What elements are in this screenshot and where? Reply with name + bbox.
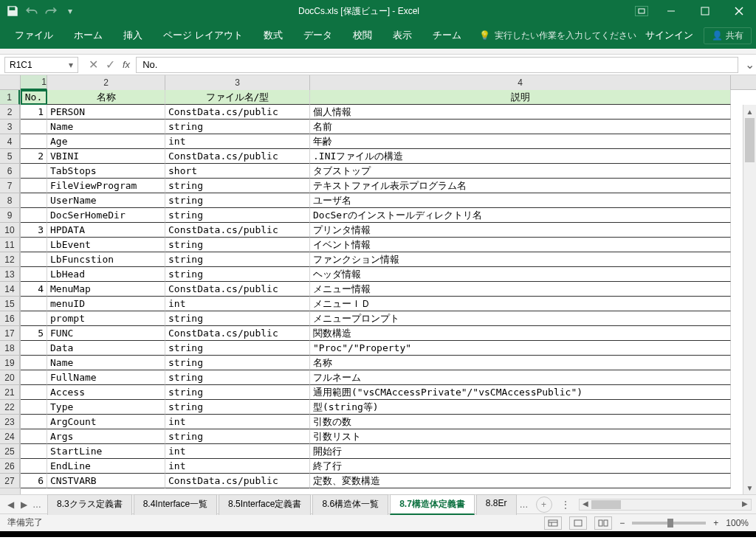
cell[interactable]: string	[165, 252, 310, 267]
cell[interactable]: string	[165, 179, 310, 193]
cell[interactable]	[21, 134, 47, 149]
sheet-tab[interactable]: 8.4Interface一覧	[134, 494, 217, 515]
row-header[interactable]: 13	[0, 267, 20, 282]
qat-dropdown-icon[interactable]: ▾	[63, 4, 77, 18]
cell[interactable]: PERSON	[47, 105, 165, 120]
cell[interactable]	[21, 370, 47, 385]
zoom-thumb[interactable]	[667, 519, 673, 528]
cell[interactable]: string	[165, 429, 310, 444]
cell[interactable]: タブストップ	[310, 164, 731, 179]
cell[interactable]: UserName	[47, 193, 165, 208]
ribbon-tab[interactable]: 数式	[253, 22, 293, 49]
cell[interactable]: string	[165, 385, 310, 400]
row-header[interactable]: 1	[0, 90, 20, 105]
cell[interactable]: prompt	[47, 311, 165, 326]
cell[interactable]: Age	[47, 134, 165, 149]
row-header[interactable]: 19	[0, 356, 20, 370]
row-header[interactable]: 14	[0, 282, 20, 297]
cell[interactable]: short	[165, 164, 310, 179]
cell[interactable]: MenuMap	[47, 282, 165, 297]
cell[interactable]: イベント情報	[310, 238, 731, 252]
horizontal-scrollbar[interactable]: ◀ ▶	[579, 499, 752, 511]
cell[interactable]: 定数、変数構造	[310, 474, 731, 488]
sheet-tab[interactable]: 8.3クラス定義書	[47, 494, 132, 515]
cell[interactable]: string	[165, 267, 310, 282]
cell[interactable]: LbFuncstion	[47, 252, 165, 267]
signin-link[interactable]: サインイン	[645, 29, 693, 42]
sheet-tab[interactable]: 8.7構造体定義書	[390, 494, 475, 515]
tab-nav-next-icon[interactable]: ▶	[18, 499, 30, 510]
cell[interactable]: メニューＩＤ	[310, 297, 731, 311]
row-header[interactable]: 17	[0, 326, 20, 341]
cell[interactable]	[21, 252, 47, 267]
cell[interactable]: string	[165, 193, 310, 208]
cell[interactable]: 関数構造	[310, 326, 731, 341]
cell[interactable]: プリンタ情報	[310, 223, 731, 238]
cell[interactable]: 引数の数	[310, 415, 731, 429]
row-header[interactable]: 2	[0, 105, 20, 120]
cell[interactable]: 開始行	[310, 444, 731, 459]
cell[interactable]: int	[165, 134, 310, 149]
scroll-down-icon[interactable]: ▼	[743, 481, 756, 494]
column-header[interactable]: 1	[21, 75, 47, 90]
cell[interactable]: int	[165, 415, 310, 429]
row-header[interactable]: 9	[0, 208, 20, 223]
row-header[interactable]: 15	[0, 297, 20, 311]
scroll-thumb[interactable]	[745, 118, 755, 162]
cell[interactable]: テキストファイル表示プログラム名	[310, 179, 731, 193]
cell[interactable]: .INIファイルの構造	[310, 149, 731, 164]
close-button[interactable]	[722, 0, 756, 22]
formula-input[interactable]: No.	[136, 57, 738, 73]
cell[interactable]	[21, 267, 47, 282]
cell[interactable]: Name	[47, 356, 165, 370]
cell[interactable]	[21, 341, 47, 356]
cell[interactable]: Name	[47, 120, 165, 134]
hscroll-thumb[interactable]	[591, 500, 621, 509]
cell[interactable]: string	[165, 208, 310, 223]
cell[interactable]: TabStops	[47, 164, 165, 179]
cell[interactable]	[21, 400, 47, 415]
cell[interactable]: ConstData.cs/public	[165, 105, 310, 120]
cell[interactable]: ArgCount	[47, 415, 165, 429]
cell[interactable]: DocSerのインストールディレクトリ名	[310, 208, 731, 223]
vertical-scrollbar[interactable]: ▲ ▼	[743, 105, 756, 494]
cell[interactable]	[21, 193, 47, 208]
cell[interactable]: string	[165, 400, 310, 415]
row-header[interactable]: 6	[0, 164, 20, 179]
redo-icon[interactable]	[44, 4, 58, 18]
cell[interactable]	[21, 208, 47, 223]
cell[interactable]	[21, 311, 47, 326]
header-cell[interactable]: ファイル名/型	[165, 90, 310, 105]
cell[interactable]: menuID	[47, 297, 165, 311]
cell[interactable]: ユーザ名	[310, 193, 731, 208]
cell[interactable]	[21, 120, 47, 134]
cell[interactable]: EndLine	[47, 459, 165, 474]
add-sheet-button[interactable]: +	[536, 497, 552, 513]
spreadsheet-grid[interactable]: 1234567891011121314151617181920212223242…	[0, 90, 756, 494]
cell[interactable]	[21, 297, 47, 311]
cell[interactable]: ConstData.cs/public	[165, 474, 310, 488]
cell[interactable]: 1	[21, 105, 47, 120]
formula-expand-icon[interactable]: ⌄	[743, 58, 756, 72]
cell[interactable]: ConstData.cs/public	[165, 149, 310, 164]
cell[interactable]: 年齢	[310, 134, 731, 149]
tab-nav-more-icon[interactable]: …	[31, 499, 43, 510]
ribbon-tab[interactable]: ホーム	[63, 22, 113, 49]
chevron-down-icon[interactable]: ▾	[69, 60, 73, 70]
page-layout-view-icon[interactable]	[569, 516, 587, 530]
cell[interactable]: Type	[47, 400, 165, 415]
column-header[interactable]: 4	[310, 75, 731, 90]
undo-icon[interactable]	[25, 4, 38, 18]
scroll-right-icon[interactable]: ▶	[739, 499, 751, 510]
cell[interactable]: string	[165, 356, 310, 370]
column-header[interactable]: 3	[165, 75, 310, 90]
zoom-level[interactable]: 100%	[726, 518, 749, 528]
cell[interactable]	[21, 164, 47, 179]
cell[interactable]: 名前	[310, 120, 731, 134]
cell[interactable]	[21, 179, 47, 193]
cell[interactable]	[21, 238, 47, 252]
name-box[interactable]: R1C1 ▾	[4, 57, 78, 73]
ribbon-tab[interactable]: ファイル	[4, 22, 63, 49]
row-header[interactable]: 5	[0, 149, 20, 164]
header-cell[interactable]: No.	[21, 90, 47, 105]
